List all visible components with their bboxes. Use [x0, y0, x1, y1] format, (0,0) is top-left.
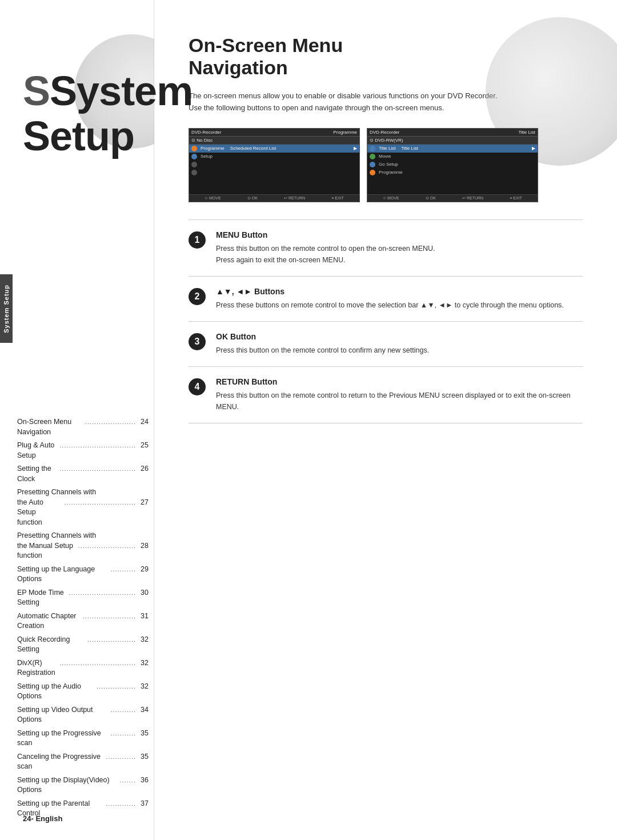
- screen-right-header-right: Title List: [519, 130, 536, 135]
- toc-dots-7: .......................: [83, 612, 136, 621]
- toc-page-10: 32: [136, 682, 149, 692]
- toc-item-10: Setting up the Audio Options ...........…: [17, 682, 149, 702]
- screen-right-row-1: Title List Title List ▶: [367, 145, 538, 153]
- toc-label-12: Setting up the Progressive scan: [17, 729, 110, 749]
- section-desc-2: Press these buttons on remote control to…: [216, 299, 583, 311]
- section-desc-4: Press this button on the remote control …: [216, 390, 583, 413]
- toc-item-6: EP Mode Time Setting ...................…: [17, 588, 149, 608]
- toc-item-0: On-Screen Menu Navigation ..............…: [17, 417, 149, 437]
- toc-dots-14: .......: [120, 776, 136, 785]
- toc-label-1: Plug & Auto Setup: [17, 441, 59, 461]
- title-line1: SSystem: [23, 69, 177, 114]
- section-desc-1: Press this button on the remote control …: [216, 243, 583, 266]
- section-title-3: OK Button: [216, 332, 583, 341]
- screen-icon-empty1: [191, 162, 197, 167]
- screen-left-row2-label: Setup: [201, 154, 213, 159]
- toc-page-0: 24: [136, 417, 149, 427]
- toc-label-4-l2: the Manual Setup function: [17, 541, 78, 561]
- side-tab-label: System Setup: [3, 285, 10, 333]
- toc-item-8: Quick Recording Setting ................…: [17, 635, 149, 655]
- screen-arrow: ▶: [354, 146, 357, 151]
- toc-page-7: 31: [136, 611, 149, 622]
- toc-label-13: Canceling the Progressive scan: [17, 752, 106, 772]
- screen-left-footer: ⊹ MOVE ⊙ OK ↩ RETURN ≡ EXIT: [189, 194, 359, 202]
- toc-page-12: 35: [136, 729, 149, 739]
- screen-left-row-2: Setup: [189, 153, 359, 161]
- toc-page-15: 37: [136, 799, 149, 809]
- screen-left-row-4: [189, 169, 359, 177]
- numbered-sections: 1 MENU Button Press this button on the r…: [189, 219, 583, 423]
- screen-right-header-left: DVD-Recorder: [370, 130, 399, 135]
- section-number-2: 2: [189, 288, 206, 305]
- toc-dots-2: .................................: [59, 465, 136, 473]
- screen-right-subheader: ⊙ DVD-RW(VR): [367, 137, 538, 145]
- section-title-1: MENU Button: [216, 230, 583, 239]
- toc-dots-9: .................................: [59, 659, 136, 667]
- screen-right-header: DVD-Recorder Title List: [367, 129, 538, 137]
- toc-dots-3: ...............................: [64, 498, 136, 507]
- toc-page-1: 25: [136, 441, 149, 451]
- screen-left: DVD-Recorder Programme ⊙ No Disc Program…: [189, 128, 360, 202]
- screen-left-subheader: ⊙ No Disc: [189, 137, 359, 145]
- title-line2: Setup: [23, 114, 177, 159]
- section-4: 4 RETURN Button Press this button on the…: [189, 367, 583, 423]
- toc-page-11: 34: [136, 705, 149, 715]
- section-2: 2 ▲▼, ◄► Buttons Press these buttons on …: [189, 277, 583, 322]
- screen-right-icon-2: [370, 154, 375, 159]
- toc-item-2: Setting the Clock ......................…: [17, 464, 149, 484]
- toc-page-4: 28: [136, 541, 149, 551]
- toc-label-11: Setting up Video Output Options: [17, 705, 110, 725]
- screen-right-row-3: Go Setup: [367, 161, 538, 169]
- toc-item-9: DivX(R) Registration ...................…: [17, 658, 149, 678]
- section-3: 3 OK Button Press this button on the rem…: [189, 322, 583, 367]
- section-number-3: 3: [189, 333, 206, 350]
- toc-item-1: Plug & Auto Setup ......................…: [17, 441, 149, 461]
- toc-page-2: 26: [136, 464, 149, 474]
- screenshots-row: DVD-Recorder Programme ⊙ No Disc Program…: [189, 128, 583, 202]
- section-title-4: RETURN Button: [216, 377, 583, 386]
- section-1: 1 MENU Button Press this button on the r…: [189, 219, 583, 277]
- section-number-1: 1: [189, 231, 206, 249]
- toc-label-5: Setting up the Language Options: [17, 565, 110, 585]
- toc-page-8: 32: [136, 635, 149, 645]
- left-panel: SSystem Setup System Setup On-Screen Men…: [0, 0, 154, 840]
- toc-page-13: 35: [136, 752, 149, 762]
- screen-right: DVD-Recorder Title List ⊙ DVD-RW(VR) Tit…: [367, 128, 538, 202]
- section-number-4: 4: [189, 378, 206, 395]
- toc-page-9: 32: [136, 658, 149, 669]
- screen-right-icon-3: [370, 162, 375, 167]
- section-content-1: MENU Button Press this button on the rem…: [216, 230, 583, 266]
- toc-page-14: 36: [136, 775, 149, 786]
- screen-right-row-2: Movie: [367, 153, 538, 161]
- toc-item-14: Setting up the Display(Video) Options ..…: [17, 775, 149, 795]
- toc-label-7: Automatic Chapter Creation: [17, 611, 83, 631]
- toc-dots-10: .................: [97, 682, 136, 691]
- section-title: On-Screen Menu Navigation: [189, 34, 583, 79]
- side-tab: System Setup: [0, 274, 13, 343]
- toc-dots-4: .........................: [78, 542, 136, 550]
- toc-item-13: Canceling the Progressive scan .........…: [17, 752, 149, 772]
- toc-label-14: Setting up the Display(Video) Options: [17, 775, 120, 795]
- toc-label-4-l1: Presetting Channels with: [17, 531, 149, 541]
- toc-item-12: Setting up the Progressive scan ........…: [17, 729, 149, 749]
- toc-item-7: Automatic Chapter Creation .............…: [17, 611, 149, 631]
- chapter-title: SSystem Setup: [23, 69, 177, 159]
- toc-label-8: Quick Recording Setting: [17, 635, 87, 655]
- section-desc-3: Press this button on the remote control …: [216, 345, 583, 356]
- toc-dots-5: ...........: [110, 565, 136, 574]
- toc-label-6: EP Mode Time Setting: [17, 588, 69, 608]
- toc-dots-8: .....................: [87, 635, 136, 644]
- screen-left-row1-label: Programme: [201, 146, 225, 151]
- screen-left-row-1: Programme Scheduled Record List ▶: [189, 145, 359, 153]
- toc-item-3: Presetting Channels with the Auto Setup …: [17, 487, 149, 527]
- toc-item-5: Setting up the Language Options ........…: [17, 565, 149, 585]
- screen-icon-empty2: [191, 170, 197, 175]
- toc-dots-6: .............................: [69, 589, 136, 597]
- toc-dots-1: .................................: [59, 441, 136, 450]
- screen-left-row-3: [189, 161, 359, 169]
- toc-label-3-l1: Presetting Channels with: [17, 487, 149, 498]
- table-of-contents: On-Screen Menu Navigation ..............…: [17, 417, 149, 822]
- right-panel: On-Screen Menu Navigation The on-screen …: [154, 0, 617, 840]
- toc-page-6: 30: [136, 588, 149, 598]
- toc-label-3-l2: the Auto Setup function: [17, 498, 64, 528]
